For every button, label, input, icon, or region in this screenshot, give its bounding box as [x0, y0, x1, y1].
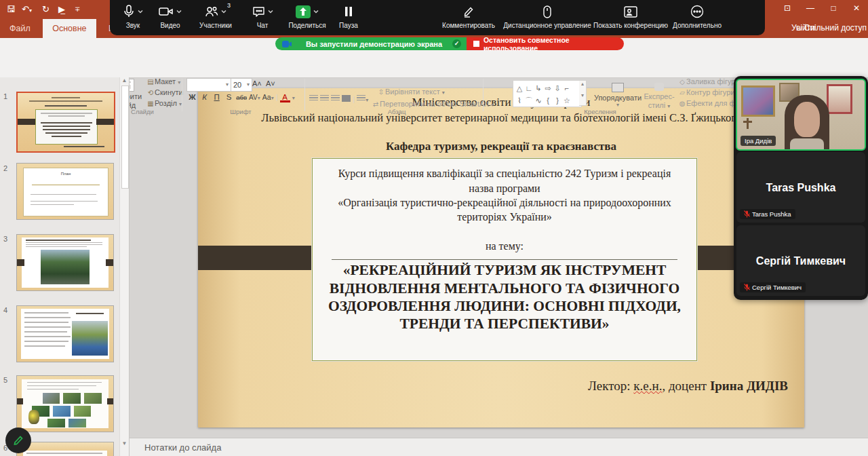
slide-canvas[interactable]: Міністерство освіти і науки України Льві… [198, 88, 804, 428]
restore-icon[interactable]: □ [822, 0, 845, 16]
participant-name-tag: Taras Pushka [740, 209, 795, 219]
align-right-icon[interactable] [331, 95, 340, 102]
thumbnail-photo [43, 393, 60, 404]
more-button[interactable]: Дополнительно [670, 3, 724, 29]
participant-display-name: Сергій Тимкевич [736, 255, 865, 267]
shape-arrow-bent-icon[interactable]: ↳ [534, 84, 543, 93]
align-center-icon[interactable] [320, 95, 329, 102]
participant-tile[interactable]: Сергій Тимкевич Сергій Тимкевич [736, 225, 865, 296]
chat-button[interactable]: Чат [243, 3, 282, 29]
shape-curve-icon[interactable]: ∿ [534, 96, 543, 105]
layout-icon: ▤ [146, 78, 155, 86]
share-button[interactable]: ⩁ Спільний доступ [796, 23, 867, 33]
start-slideshow-icon[interactable]: ▶̲ [58, 0, 65, 19]
font-size-combobox[interactable]: 20▾ [231, 78, 252, 92]
participants-icon [205, 5, 218, 18]
font-name-combobox[interactable]: ▾ [186, 78, 231, 92]
slide-number: 1 [3, 92, 7, 100]
italic-button[interactable]: К [199, 93, 210, 101]
thumbnail-scrollbar[interactable]: ▲ ▼ [119, 77, 129, 456]
course-line-2: назва програми [322, 183, 687, 195]
shape-brace-right-icon[interactable]: } [553, 96, 562, 104]
slide-thumbnail-3[interactable] [16, 234, 114, 291]
microphone-icon [123, 5, 135, 18]
undo-icon[interactable]: ↶▾ [22, 0, 32, 20]
slide-thumbnail-1[interactable] [16, 92, 115, 153]
columns-icon[interactable] [357, 95, 366, 102]
quick-styles-button[interactable]: Експрес-стилі ▾ [643, 83, 675, 109]
participant-tile[interactable]: Taras Pushka Taras Pushka [736, 152, 865, 223]
audio-button[interactable]: Звук [114, 3, 152, 29]
reset-button[interactable]: ⟲Скинути [146, 88, 183, 96]
remote-control-button[interactable]: Дистанционное управление [503, 3, 591, 29]
notes-bar[interactable]: Нотатки до слайда [130, 438, 868, 456]
shapes-gallery[interactable]: △∟↳⇨⇩⌐ ⌇⌒∿{}☆ [513, 80, 582, 107]
shapes-gallery-scroll[interactable]: ▴▾ [579, 80, 587, 106]
slide-thumbnail-6[interactable] [16, 442, 114, 456]
grow-font-button[interactable]: A˄ [252, 79, 262, 88]
shape-triangle-icon[interactable]: △ [515, 84, 524, 93]
strikethrough-button[interactable]: абв [236, 94, 247, 101]
shape-brace-left-icon[interactable]: { [543, 96, 553, 104]
drawing-group-label: Креслення [563, 108, 637, 115]
underline-button[interactable]: П [212, 93, 222, 101]
scrollbar-thumb[interactable] [121, 86, 129, 189]
annotation-tool-button[interactable] [5, 428, 31, 453]
chevron-down-icon[interactable] [138, 10, 143, 14]
tab-home[interactable]: Основне [43, 19, 96, 38]
video-button[interactable]: Видео [151, 3, 190, 29]
slide-thumbnail-2[interactable]: План [16, 163, 114, 220]
align-text-button[interactable]: ⇳Вирівняти текст ▾ [377, 88, 445, 96]
align-left-icon[interactable] [309, 95, 318, 102]
slide-title-box[interactable]: Курси підвищення кваліфікації за спеціал… [312, 158, 697, 361]
change-case-button[interactable]: Aa▾ [262, 93, 274, 101]
slide-thumbnail-5[interactable] [16, 375, 114, 432]
thumbnail-photo [53, 406, 71, 417]
font-color-button[interactable]: А [280, 94, 290, 102]
slide-main-title: «РЕКРЕАЦІЙНИЙ ТУРИЗМ ЯК ІНСТРУМЕНТ ВІДНО… [318, 261, 691, 332]
participants-button[interactable]: 3 Участники [191, 3, 240, 29]
save-icon[interactable]: 🖫 [7, 0, 16, 19]
layout-button[interactable]: ▤Макет ▾ [146, 77, 180, 86]
minimize-icon[interactable]: — [799, 0, 822, 16]
stop-share-button[interactable]: Остановить совместное использование [467, 37, 624, 50]
video-tile-active-speaker[interactable]: Іра Дидів [736, 79, 866, 151]
slide-thumbnail-4[interactable] [16, 305, 114, 362]
chevron-down-icon[interactable] [176, 10, 182, 14]
ribbon-display-options-icon[interactable]: ⊡ [776, 0, 799, 16]
tab-file[interactable]: Файл [0, 19, 40, 38]
justify-icon[interactable] [342, 95, 351, 102]
text-shadow-button[interactable]: S [224, 93, 234, 101]
shape-star-icon[interactable]: ☆ [562, 96, 572, 105]
participant-display-name: Taras Pushka [736, 182, 865, 194]
close-icon[interactable]: ✕ [845, 0, 868, 16]
shape-outline-button[interactable]: ▱Контур фігури ▾ [678, 88, 740, 96]
convert-smartart-button[interactable]: ⇄Перетворити на об'єкт SmartArt ▾ [372, 100, 494, 108]
customize-quick-access-icon[interactable]: ∓ [75, 0, 80, 19]
redo-icon[interactable]: ↻ [42, 0, 50, 19]
arrange-button[interactable]: Упорядкувати▾ [591, 83, 644, 108]
shape-arrow-down-icon[interactable]: ⇩ [553, 84, 562, 93]
section-button[interactable]: ▦Розділ ▾ [146, 99, 182, 107]
share-screen-button[interactable]: Поделиться [282, 3, 332, 29]
shape-scribble-icon[interactable]: ⌇ [515, 96, 524, 105]
shape-corner-icon[interactable]: ⌐ [562, 84, 572, 92]
slide-university-line: Львівський національний університет вете… [198, 111, 804, 125]
scroll-up-icon[interactable]: ▲ [120, 77, 129, 83]
bold-button[interactable]: Ж [187, 93, 197, 101]
slide-number: 4 [3, 306, 7, 314]
shape-arc-icon[interactable]: ⌒ [524, 96, 534, 106]
annotate-button[interactable]: Комментировать [434, 3, 503, 29]
shape-arrow-right-icon[interactable]: ⇨ [543, 84, 553, 93]
pause-share-button[interactable]: Пауза [334, 3, 363, 29]
scroll-down-icon[interactable]: ▼ [120, 440, 129, 446]
thumbnail-photo [41, 250, 90, 285]
chevron-down-icon[interactable] [268, 10, 273, 14]
chevron-down-icon[interactable] [313, 10, 319, 14]
character-spacing-button[interactable]: AV▾ [249, 94, 260, 101]
shape-elbow-icon[interactable]: ∟ [524, 84, 534, 92]
shrink-font-button[interactable]: A˅ [266, 79, 275, 88]
chevron-down-icon[interactable] [221, 10, 226, 14]
wall-cross-icon [747, 118, 749, 129]
show-conference-button[interactable]: Показать конференцию [593, 3, 669, 29]
